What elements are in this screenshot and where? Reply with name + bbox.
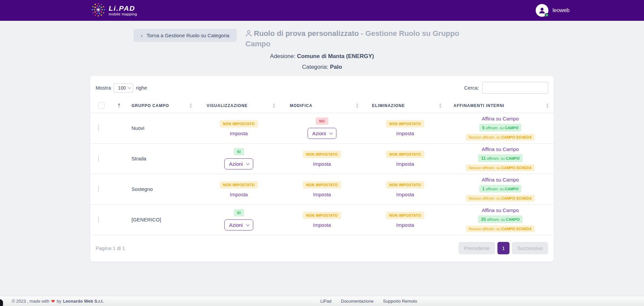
chevron-down-icon (128, 86, 131, 89)
table-row: Strada SI Azioni NON IMPOSTATO Imposta N… (90, 144, 554, 174)
heart-icon: ❤ (51, 299, 55, 304)
imposta-link[interactable]: Imposta (230, 131, 248, 136)
azioni-dropdown[interactable]: Azioni (224, 158, 253, 169)
chevron-down-icon (246, 162, 250, 165)
online-status-dot (545, 13, 549, 17)
row-checkbox[interactable] (98, 216, 99, 223)
lipad-burst-icon (91, 2, 106, 19)
footer-link-supporto-remoto[interactable]: Supporto Remoto (383, 299, 417, 304)
sort-desc-icon[interactable]: ∨ (273, 106, 275, 108)
status-badge: NON IMPOSTATO (303, 151, 341, 158)
campo-refinements-badge: 5 affinam. su CAMPO (479, 124, 522, 132)
row-checkbox[interactable] (98, 155, 99, 162)
page-footer: © 2023 , made with ❤ by Leonardo Web S.r… (0, 296, 644, 306)
sort-desc-icon[interactable]: ∨ (439, 106, 441, 108)
sort-desc-icon[interactable]: ∨ (118, 106, 120, 108)
campo-scheda-refinements-badge: Nessun affinam. su CAMPO SCHEDA (466, 195, 535, 202)
table-row: [GENERICO] SI Azioni NON IMPOSTATO Impos… (90, 205, 554, 235)
status-badge: NON IMPOSTATO (220, 181, 258, 189)
status-badge: NON IMPOSTATO (220, 120, 258, 128)
copyright: © 2023 , made with ❤ by Leonardo Web S.r… (12, 299, 104, 304)
categoria-line: Categoria: Palo (0, 64, 644, 70)
status-badge: NON IMPOSTATO (386, 120, 425, 128)
campo-refinements-badge: 11 affinam. su CAMPO (478, 154, 522, 162)
status-badge: NO (316, 117, 328, 125)
chevron-left-icon: ‹ (141, 33, 143, 38)
sort-desc-icon[interactable]: ∨ (546, 106, 548, 108)
affina-su-campo-link[interactable]: Affina su Campo (482, 116, 519, 121)
imposta-link[interactable]: Imposta (313, 161, 331, 167)
row-checkbox[interactable] (98, 125, 99, 131)
rows-label: righe (136, 85, 147, 91)
categoria-value: Palo (330, 64, 342, 70)
imposta-link[interactable]: Imposta (313, 192, 331, 197)
search-label: Cerca: (464, 85, 479, 91)
user-avatar (536, 4, 548, 17)
footer-link-documentazione[interactable]: Documentazione (341, 299, 374, 304)
imposta-link[interactable]: Imposta (313, 222, 331, 228)
lipad-logo[interactable]: Li.PAD mobile mapping (91, 2, 137, 19)
affina-su-campo-link[interactable]: Affina su Campo (482, 177, 519, 183)
col-eliminazione[interactable]: ELIMINAZIONE (372, 103, 405, 108)
categoria-label: Categoria: (302, 64, 330, 70)
username: leoweb (552, 7, 570, 13)
logo-subtitle: mobile mapping (109, 12, 137, 16)
chevron-down-icon (246, 223, 250, 226)
campo-scheda-refinements-badge: Nessun affinam. su CAMPO SCHEDA (466, 134, 535, 141)
col-visualizzazione[interactable]: VISUALIZZAZIONE (207, 103, 248, 108)
footer-link-lipad[interactable]: LiPad (320, 299, 331, 304)
affina-su-campo-link[interactable]: Affina su Campo (482, 207, 519, 213)
group-name: Nuovi (125, 125, 144, 131)
status-badge: NON IMPOSTATO (303, 181, 341, 189)
imposta-link[interactable]: Imposta (396, 161, 414, 167)
person-outline-icon (246, 30, 252, 39)
search-input[interactable] (482, 82, 548, 94)
status-badge: NON IMPOSTATO (386, 181, 425, 189)
imposta-link[interactable]: Imposta (396, 131, 414, 136)
campo-scheda-refinements-badge: Nessun affinam. su CAMPO SCHEDA (466, 164, 535, 171)
adesione-line: Adesione: Comune di Manta (ENERGY) (0, 53, 644, 60)
company-name: Leonardo Web S.r.l. (63, 299, 104, 304)
table-row: Nuovi NON IMPOSTATO Imposta NO Azioni NO… (90, 113, 554, 144)
sort-desc-icon[interactable]: ∨ (190, 106, 192, 108)
group-name: [GENERICO] (125, 217, 161, 222)
row-checkbox[interactable] (98, 186, 99, 192)
azioni-dropdown[interactable]: Azioni (224, 219, 253, 231)
person-icon (538, 6, 546, 14)
status-badge: NON IMPOSTATO (386, 212, 425, 219)
status-badge: NON IMPOSTATO (386, 151, 425, 158)
next-page-button[interactable]: Successivo (512, 242, 548, 254)
previous-page-button[interactable]: Precedente (459, 242, 495, 254)
show-label: Mostra (96, 85, 111, 91)
table-row: Sostegno NON IMPOSTATO Imposta NON IMPOS… (90, 174, 554, 205)
user-menu[interactable]: leoweb (536, 4, 570, 17)
campo-refinements-badge: 1 affinam. su CAMPO (479, 185, 522, 193)
page-title: Ruolo di prova personalizzato - Gestione… (246, 29, 464, 48)
current-page-button[interactable]: 1 (497, 242, 509, 254)
status-badge: NON IMPOSTATO (303, 212, 341, 219)
status-badge: SI (234, 148, 244, 155)
sort-desc-icon[interactable]: ∨ (356, 106, 358, 108)
page-size-select[interactable]: 100 (114, 83, 133, 93)
col-affinamenti-interni[interactable]: AFFINAMENTI INTERNI (453, 103, 504, 108)
page-size-value: 100 (118, 85, 126, 91)
campo-refinements-badge: 25 affinam. su CAMPO (478, 215, 523, 223)
back-button-label: Torna a Gestione Ruolo su Categoria (147, 33, 229, 38)
table-header-row: ∧∨ GRUPPO CAMPO ∧∨ VISUALIZZAZIONE ∧∨ (90, 98, 554, 113)
imposta-link[interactable]: Imposta (396, 192, 414, 197)
back-button[interactable]: ‹ Torna a Gestione Ruolo su Categoria (133, 29, 237, 42)
azioni-dropdown[interactable]: Azioni (308, 128, 336, 139)
group-name: Strada (125, 156, 146, 161)
role-name: Ruolo di prova personalizzato (254, 29, 359, 38)
top-navbar: Li.PAD mobile mapping leoweb (0, 0, 644, 21)
group-name: Sostegno (125, 186, 153, 192)
col-modifica[interactable]: MODIFICA (290, 103, 312, 108)
affina-su-campo-link[interactable]: Affina su Campo (482, 146, 519, 152)
logo-title: Li.PAD (109, 5, 137, 12)
col-gruppo-campo[interactable]: GRUPPO CAMPO (131, 103, 169, 108)
imposta-link[interactable]: Imposta (396, 222, 414, 228)
imposta-link[interactable]: Imposta (230, 192, 248, 197)
chevron-down-icon (329, 131, 333, 135)
adesione-value: Comune di Manta (ENERGY) (297, 53, 374, 59)
select-all-checkbox[interactable] (98, 102, 105, 109)
